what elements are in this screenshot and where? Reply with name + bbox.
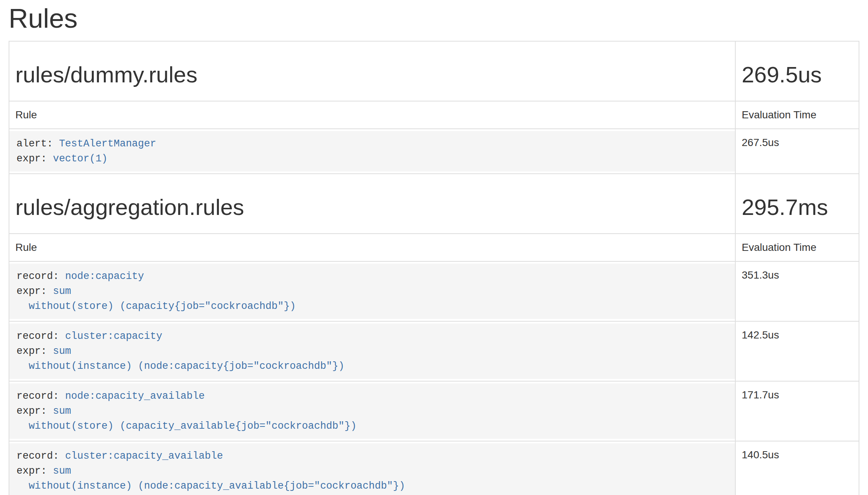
rule-group-file: rules/aggregation.rules — [15, 195, 729, 220]
rule-link[interactable]: vector(1) — [53, 153, 108, 164]
rule-link[interactable]: TestAlertManager — [59, 138, 156, 149]
rule-link[interactable]: sum — [53, 346, 71, 357]
rule-definition: alert: TestAlertManager expr: vector(1) — [9, 131, 735, 171]
rule-group-total-eval-time: 269.5us — [742, 63, 853, 87]
rule-link[interactable]: node:capacity_available — [65, 391, 205, 402]
rule-link[interactable]: cluster:capacity_available — [65, 450, 223, 462]
rules-table: rules/dummy.rules269.5usRuleEvaluation T… — [9, 41, 859, 495]
rule-group-file: rules/dummy.rules — [15, 63, 729, 87]
rule-group-total-eval-cell: 269.5us — [735, 41, 859, 101]
rule-link[interactable]: sum — [53, 286, 71, 297]
rule-eval-time: 351.3us — [735, 261, 859, 321]
rule-definition: record: node:capacity expr: sum without(… — [9, 264, 735, 319]
rule-group-total-eval-time: 295.7ms — [742, 195, 853, 220]
rule-column-header: Rule — [9, 101, 735, 129]
eval-time-column-header: Evaluation Time — [735, 234, 859, 261]
rule-definition-cell: record: cluster:capacity_available expr:… — [9, 441, 735, 495]
rule-link[interactable]: without(store) (capacity_available{job="… — [28, 420, 356, 432]
column-header-row: RuleEvaluation Time — [9, 101, 859, 129]
rule-row: alert: TestAlertManager expr: vector(1)2… — [9, 129, 859, 174]
rule-link[interactable]: cluster:capacity — [65, 331, 162, 342]
rule-definition: record: cluster:capacity expr: sum witho… — [9, 324, 735, 379]
rule-link[interactable]: sum — [53, 406, 71, 417]
rule-definition-cell: record: cluster:capacity expr: sum witho… — [9, 321, 735, 381]
eval-time-column-header: Evaluation Time — [735, 101, 859, 129]
rule-group-file-cell: rules/aggregation.rules — [9, 174, 735, 234]
rule-eval-time: 142.5us — [735, 321, 859, 381]
rule-group-header-row: rules/aggregation.rules295.7ms — [9, 174, 859, 234]
rule-row: record: node:capacity_available expr: su… — [9, 381, 859, 441]
rule-eval-time: 267.5us — [735, 129, 859, 174]
rule-eval-time: 171.7us — [735, 381, 859, 441]
rule-definition-cell: record: node:capacity expr: sum without(… — [9, 261, 735, 321]
rule-definition-cell: alert: TestAlertManager expr: vector(1) — [9, 129, 735, 174]
rule-column-header: Rule — [9, 234, 735, 261]
rule-row: record: cluster:capacity expr: sum witho… — [9, 321, 859, 381]
rule-row: record: node:capacity expr: sum without(… — [9, 261, 859, 321]
rule-group-header-row: rules/dummy.rules269.5us — [9, 41, 859, 101]
rule-link[interactable]: sum — [53, 465, 71, 477]
rule-row: record: cluster:capacity_available expr:… — [9, 441, 859, 495]
rule-group-total-eval-cell: 295.7ms — [735, 174, 859, 234]
rule-definition: record: cluster:capacity_available expr:… — [9, 443, 735, 495]
column-header-row: RuleEvaluation Time — [9, 234, 859, 261]
rule-eval-time: 140.5us — [735, 441, 859, 495]
rule-link[interactable]: without(instance) (node:capacity{job="co… — [28, 361, 344, 372]
rule-group-file-cell: rules/dummy.rules — [9, 41, 735, 101]
rule-link[interactable]: without(instance) (node:capacity_availab… — [28, 480, 405, 492]
rule-link[interactable]: without(store) (capacity{job="cockroachd… — [28, 301, 296, 312]
page-title: Rules — [9, 4, 859, 33]
rule-link[interactable]: node:capacity — [65, 271, 144, 282]
rule-definition: record: node:capacity_available expr: su… — [9, 383, 735, 439]
rule-definition-cell: record: node:capacity_available expr: su… — [9, 381, 735, 441]
